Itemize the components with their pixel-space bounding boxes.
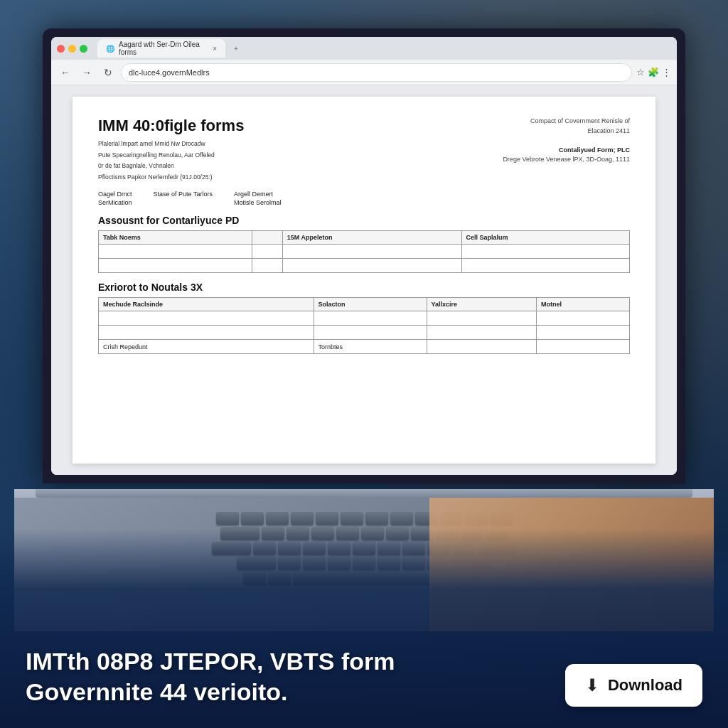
- meta-value-1: SerMication: [98, 199, 132, 206]
- table2-r2c2: [314, 326, 427, 340]
- key: [341, 512, 363, 525]
- key: [291, 512, 314, 525]
- table1-r1c3: [282, 245, 461, 259]
- table2-r2c3: [427, 326, 536, 340]
- tab-active-label: Aagard wth Ser-Dm Oilea forms: [119, 41, 208, 56]
- tab-active[interactable]: 🌐 Aagard wth Ser-Dm Oilea forms ×: [97, 39, 225, 58]
- header-right-line1: Compact of Covernment Renisle of: [503, 117, 630, 127]
- browser-titlebar: 🌐 Aagard wth Ser-Dm Oilea forms × +: [51, 37, 677, 60]
- extensions-icon[interactable]: 🧩: [648, 67, 659, 77]
- overlay-text: IMTth 08P8 JTEPOR, VBTS form Governnite …: [26, 646, 544, 707]
- subtitle-right-detail: Drege Vebrote Venease lPX, 3D-Ooag, 1111: [503, 155, 630, 165]
- table-1: Tabk Noems 15M Appeleton Cell Saplalum: [98, 230, 630, 273]
- doc-subtitle-1: Plalerial lmpart amel Mmid Nw Drocadw: [98, 139, 244, 149]
- traffic-light-green[interactable]: [80, 45, 87, 53]
- table1-r2c4: [461, 259, 629, 273]
- table2-r2c1: [99, 326, 314, 340]
- forward-button[interactable]: →: [78, 64, 95, 81]
- overlay-title-line1: IMTth 08P8 JTEPOR, VBTS form: [26, 646, 544, 677]
- tab-close-button[interactable]: ×: [213, 45, 217, 53]
- browser-window: 🌐 Aagard wth Ser-Dm Oilea forms × + ←: [51, 37, 677, 475]
- doc-subtitle-4: Pfloctisms Papkor Nerlernfedr (91J.00/25…: [98, 173, 244, 183]
- subtitle-right-bold: Contaliyued Form; PLC: [503, 146, 630, 156]
- tab-inactive[interactable]: +: [225, 39, 247, 58]
- download-label: Download: [608, 676, 682, 695]
- meta-label-1: Oagel Dmct: [98, 191, 132, 198]
- table-row: [99, 259, 630, 273]
- key: [216, 512, 239, 525]
- toolbar-icons: ☆ 🧩 ⋮: [636, 67, 671, 77]
- table1-r1c1: [99, 245, 252, 259]
- address-bar[interactable]: dlc-luce4.governMedlrs: [121, 63, 632, 82]
- section2-title: Exriorot to Noutals 3X: [98, 282, 630, 293]
- key: [390, 512, 413, 525]
- address-bar-text: dlc-luce4.governMedlrs: [129, 68, 210, 77]
- table1-col3: 15M Appeleton: [282, 231, 461, 245]
- table2-r1c2: [314, 311, 427, 326]
- table2-r2c4: [537, 326, 630, 340]
- table-row: Crish Repedunt Tornbtes: [99, 340, 630, 354]
- table-row: [99, 311, 630, 326]
- doc-header: IMM 40:0figle forms Plalerial lmpart ame…: [98, 117, 630, 183]
- document: IMM 40:0figle forms Plalerial lmpart ame…: [73, 97, 655, 464]
- document-title: IMM 40:0figle forms: [98, 117, 244, 135]
- table2-col3: Yallxcire: [427, 298, 536, 311]
- table1-r1c4: [461, 245, 629, 259]
- overlay-section: IMTth 08P8 JTEPOR, VBTS form Governnite …: [0, 529, 728, 728]
- meta-item-2: Stase of Pute Tarlors: [154, 191, 213, 206]
- tab-bar: 🌐 Aagard wth Ser-Dm Oilea forms × +: [97, 39, 671, 58]
- key: [266, 512, 289, 525]
- document-area: IMM 40:0figle forms Plalerial lmpart ame…: [51, 85, 677, 475]
- table-row: [99, 326, 630, 340]
- table2-r3c4: [537, 340, 630, 354]
- table1-r2c2: [252, 259, 283, 273]
- table1-r1c2: [252, 245, 283, 259]
- table-row: [99, 245, 630, 259]
- browser-toolbar: ← → ↻ dlc-luce4.governMedlrs ☆ 🧩 ⋮: [51, 60, 677, 85]
- download-icon: ⬇: [585, 675, 599, 695]
- table1-r2c3: [282, 259, 461, 273]
- section1-title: Assousnt for Contarliyuce PD: [98, 215, 630, 226]
- key: [316, 512, 338, 525]
- traffic-lights: [57, 45, 87, 53]
- doc-header-right: Compact of Covernment Renisle of Elacati…: [503, 117, 630, 183]
- table1-r2c1: [99, 259, 252, 273]
- meta-item-3: Argell Demert Motisle Serolmal: [234, 191, 282, 206]
- table1-col2: [252, 231, 283, 245]
- table2-col1: Mechude Raclsinde: [99, 298, 314, 311]
- traffic-light-red[interactable]: [57, 45, 65, 53]
- table2-r3c1: Crish Repedunt: [99, 340, 314, 354]
- tab-favicon: 🌐: [106, 45, 114, 53]
- tab-inactive-label: +: [234, 45, 238, 53]
- download-button[interactable]: ⬇ Download: [565, 664, 702, 707]
- key: [365, 512, 388, 525]
- meta-label-2: Stase of Pute Tarlors: [154, 191, 213, 198]
- table2-col2: Solacton: [314, 298, 427, 311]
- doc-meta: Oagel Dmct SerMication Stase of Pute Tar…: [98, 191, 630, 206]
- back-button[interactable]: ←: [57, 64, 74, 81]
- table-2: Mechude Raclsinde Solacton Yallxcire Mot…: [98, 297, 630, 354]
- table2-r1c3: [427, 311, 536, 326]
- scene: 🌐 Aagard wth Ser-Dm Oilea forms × + ←: [0, 0, 728, 728]
- meta-item-1: Oagel Dmct SerMication: [98, 191, 132, 206]
- doc-subtitle-2: Pute Specaringnelling Renolau, Aar Offel…: [98, 151, 244, 161]
- star-icon[interactable]: ☆: [636, 67, 645, 77]
- laptop-screen-bezel: 🌐 Aagard wth Ser-Dm Oilea forms × + ←: [51, 37, 677, 475]
- table1-col4: Cell Saplalum: [461, 231, 629, 245]
- table2-r1c4: [537, 311, 630, 326]
- doc-title-block: IMM 40:0figle forms Plalerial lmpart ame…: [98, 117, 244, 183]
- table2-col4: Motnel: [537, 298, 630, 311]
- table2-r3c3: [427, 340, 536, 354]
- key: [241, 512, 264, 525]
- table2-r3c2: Tornbtes: [314, 340, 427, 354]
- header-right-line2: Elacation 2411: [503, 127, 630, 136]
- traffic-light-yellow[interactable]: [68, 45, 76, 53]
- overlay-title-line2: Governnite 44 verioito.: [26, 677, 544, 707]
- table2-r1c1: [99, 311, 314, 326]
- laptop-screen-outer: 🌐 Aagard wth Ser-Dm Oilea forms × + ←: [43, 28, 685, 483]
- refresh-button[interactable]: ↻: [100, 64, 117, 81]
- laptop-hinge: [36, 489, 692, 498]
- table1-col1: Tabk Noems: [99, 231, 252, 245]
- meta-label-3: Argell Demert: [234, 191, 282, 198]
- menu-icon[interactable]: ⋮: [662, 67, 671, 77]
